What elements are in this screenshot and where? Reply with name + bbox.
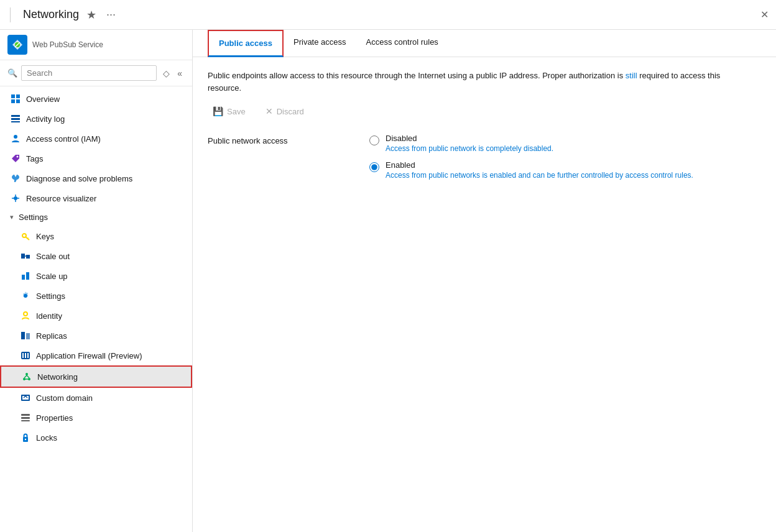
scaleout-icon <box>20 250 31 262</box>
radio-disabled-desc: Access from public network is completely… <box>386 144 553 153</box>
toolbar: 💾 Save ✕ Discard <box>208 104 761 119</box>
sidebar: Web PubSub Service 🔍 ◇ « Overview <box>0 30 193 532</box>
svg-rect-39 <box>21 420 30 421</box>
content-area: Public access Private access Access cont… <box>193 30 776 532</box>
sidebar-item-label: Application Firewall (Preview) <box>36 351 142 360</box>
tag-icon <box>10 153 21 164</box>
sidebar-item-label: Tags <box>26 154 43 163</box>
page-title: Networking <box>23 8 79 21</box>
networking-icon <box>21 371 32 382</box>
svg-rect-4 <box>11 99 15 103</box>
pin-button[interactable]: ◇ <box>160 67 172 80</box>
tab-private-access[interactable]: Private access <box>284 30 356 57</box>
close-icon[interactable]: ✕ <box>760 9 769 21</box>
sidebar-item-label: Activity log <box>26 114 65 124</box>
sidebar-item-locks[interactable]: Locks <box>0 428 192 447</box>
svg-line-33 <box>27 375 29 378</box>
replicas-icon <box>20 330 31 341</box>
svg-rect-26 <box>22 353 24 358</box>
form-row-public-network-access: Public network access Disabled Access fr… <box>208 134 761 180</box>
svg-rect-17 <box>21 254 25 259</box>
chevron-down-icon: ▾ <box>10 213 14 221</box>
sidebar-item-label: Overview <box>26 94 60 104</box>
sidebar-item-label: Access control (IAM) <box>26 134 101 144</box>
sidebar-item-tags[interactable]: Tags <box>0 149 192 168</box>
svg-rect-28 <box>27 353 29 358</box>
sidebar-item-identity[interactable]: Identity <box>0 306 192 326</box>
discard-button[interactable]: ✕ Discard <box>261 104 309 119</box>
diagram-icon <box>10 193 21 204</box>
radio-option-enabled: Enabled Access from public networks is e… <box>369 160 693 180</box>
search-input[interactable] <box>21 65 157 81</box>
sidebar-item-label: Identity <box>36 311 62 321</box>
radio-group-network-access: Disabled Access from public network is c… <box>369 134 693 180</box>
sidebar-item-scale-out[interactable]: Scale out <box>0 246 192 266</box>
sidebar-item-resource-visualizer[interactable]: Resource visualizer <box>0 188 192 208</box>
radio-disabled-label[interactable]: Disabled <box>386 134 553 143</box>
sidebar-item-keys[interactable]: Keys <box>0 226 192 246</box>
top-bar-divider <box>10 7 11 22</box>
sidebar-item-app-firewall[interactable]: Application Firewall (Preview) <box>0 346 192 365</box>
sidebar-item-diagnose[interactable]: Diagnose and solve problems <box>0 168 192 188</box>
person-icon <box>10 133 21 144</box>
sidebar-item-scale-up[interactable]: Scale up <box>0 266 192 286</box>
sidebar-item-label: Resource visualizer <box>26 194 96 203</box>
more-options-icon[interactable]: ··· <box>104 6 118 24</box>
tab-access-control-rules[interactable]: Access control rules <box>356 30 448 57</box>
svg-rect-3 <box>16 94 20 98</box>
service-name: Web PubSub Service <box>32 40 103 49</box>
radio-disabled[interactable] <box>369 135 379 145</box>
settings-section-header[interactable]: ▾ Settings <box>0 208 192 226</box>
grid-icon <box>10 93 21 104</box>
content-body: Public endpoints allow access to this re… <box>193 57 776 532</box>
gear-icon <box>20 290 31 301</box>
svg-rect-18 <box>26 255 30 259</box>
sidebar-item-label: Custom domain <box>36 393 93 403</box>
sidebar-item-access-control[interactable]: Access control (IAM) <box>0 129 192 149</box>
favorite-icon[interactable]: ★ <box>84 6 99 24</box>
svg-rect-27 <box>25 353 26 358</box>
sidebar-item-label: Scale up <box>36 272 68 281</box>
collapse-button[interactable]: « <box>175 67 185 80</box>
sidebar-header: Web PubSub Service <box>0 30 192 60</box>
sidebar-item-activity-log[interactable]: Activity log <box>0 109 192 129</box>
search-icon: 🔍 <box>7 68 17 78</box>
sidebar-item-label: Diagnose and solve problems <box>26 174 132 183</box>
firewall-icon <box>20 350 31 361</box>
radio-option-disabled: Disabled Access from public network is c… <box>369 134 693 153</box>
svg-rect-37 <box>21 414 30 416</box>
svg-rect-7 <box>11 118 20 120</box>
svg-rect-23 <box>21 332 25 339</box>
sidebar-item-label: Replicas <box>36 331 67 341</box>
svg-point-16 <box>22 234 26 237</box>
radio-enabled-desc: Access from public networks is enabled a… <box>386 171 693 180</box>
radio-disabled-labels: Disabled Access from public network is c… <box>386 134 553 153</box>
info-link[interactable]: still <box>626 71 637 80</box>
svg-point-29 <box>25 373 28 375</box>
svg-point-22 <box>24 312 27 316</box>
sidebar-item-label: Keys <box>36 232 54 241</box>
info-text: Public endpoints allow access to this re… <box>208 70 742 94</box>
top-bar: Networking ★ ··· ✕ <box>0 0 776 30</box>
svg-point-9 <box>14 135 17 139</box>
lock-icon <box>20 432 31 443</box>
sidebar-item-replicas[interactable]: Replicas <box>0 326 192 346</box>
sidebar-item-custom-domain[interactable]: Custom domain <box>0 388 192 408</box>
sidebar-item-settings[interactable]: Settings <box>0 286 192 306</box>
svg-rect-24 <box>26 333 30 339</box>
save-button[interactable]: 💾 Save <box>208 104 251 119</box>
wrench-icon <box>10 173 21 184</box>
sidebar-item-properties[interactable]: Properties <box>0 408 192 428</box>
sidebar-nav: Overview Activity log Access control (IA… <box>0 86 192 532</box>
sidebar-item-networking[interactable]: Networking <box>0 365 192 388</box>
sidebar-item-label: Scale out <box>36 252 70 261</box>
sidebar-item-label: Settings <box>36 291 65 301</box>
radio-enabled[interactable] <box>369 162 379 172</box>
sidebar-item-overview[interactable]: Overview <box>0 89 192 109</box>
svg-rect-8 <box>11 121 20 122</box>
radio-enabled-label[interactable]: Enabled <box>386 160 693 170</box>
tabs-bar: Public access Private access Access cont… <box>193 30 776 57</box>
svg-point-41 <box>25 439 26 440</box>
discard-icon: ✕ <box>266 106 273 116</box>
tab-public-access[interactable]: Public access <box>208 30 284 57</box>
